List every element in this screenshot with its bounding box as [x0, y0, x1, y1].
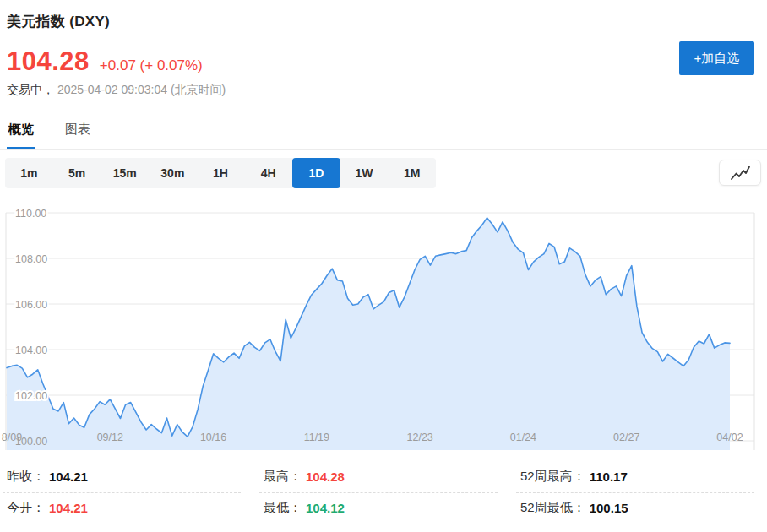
stat-row: 52周最低：100.15	[516, 493, 754, 524]
timeframe-1d[interactable]: 1D	[292, 158, 340, 188]
stat-row: 今开：104.21	[3, 493, 241, 524]
quote-timestamp: 2025-04-02 09:03:04 (北京时间)	[57, 83, 226, 96]
timeframe-1m[interactable]: 1M	[388, 158, 436, 188]
x-axis-label: 11/19	[304, 432, 329, 443]
stat-label: 52周最低：	[520, 500, 585, 516]
trading-status: 交易中，	[7, 83, 54, 96]
stat-label: 昨收：	[7, 469, 45, 485]
price-change: +0.07 (+ 0.07%)	[100, 57, 203, 74]
stat-row: 最低：104.12	[259, 493, 498, 524]
stats-column: 最高：104.28最低：104.12	[259, 462, 498, 524]
quote-header: 美元指数 (DXY) +加自选 104.28 +0.07 (+ 0.07%) 交…	[0, 12, 767, 98]
tab-chart[interactable]: 图表	[63, 116, 92, 149]
x-axis-label: 04/02	[716, 432, 743, 443]
y-axis-label: 106.00	[15, 299, 47, 311]
stat-label: 最高：	[264, 469, 302, 485]
y-axis-label: 108.00	[15, 253, 47, 265]
stat-row: 昨收：104.21	[3, 462, 241, 493]
stat-value: 110.17	[590, 470, 628, 484]
last-price: 104.28	[7, 46, 90, 77]
y-axis-label: 110.00	[15, 208, 46, 220]
timeframe-1m[interactable]: 1m	[5, 158, 53, 188]
stats-column: 昨收：104.21今开：104.21	[3, 462, 241, 524]
trend-line-icon	[729, 165, 751, 182]
stat-value: 104.12	[306, 501, 345, 515]
timeframe-1h[interactable]: 1H	[197, 158, 245, 188]
timeframe-30m[interactable]: 30m	[149, 158, 197, 188]
timeframe-group: 1m5m15m30m1H4H1D1W1M	[5, 158, 436, 188]
stat-value: 104.28	[306, 470, 345, 484]
timeframe-5m[interactable]: 5m	[53, 158, 101, 188]
x-axis-label: 10/16	[200, 432, 226, 443]
chart-toolbar: 1m5m15m30m1H4H1D1W1M	[5, 158, 761, 188]
stat-value: 100.15	[590, 501, 628, 515]
page-title: 美元指数 (DXY)	[7, 12, 767, 31]
chart-area-fill	[7, 218, 730, 450]
timeframe-4h[interactable]: 4H	[244, 158, 292, 188]
stat-label: 今开：	[7, 500, 45, 516]
price-row: 104.28 +0.07 (+ 0.07%)	[7, 46, 767, 77]
chart-style-button[interactable]	[719, 160, 761, 186]
tab-overview[interactable]: 概览	[7, 116, 35, 149]
x-axis-label: 12/23	[407, 432, 433, 443]
y-axis-label: 104.00	[15, 345, 47, 356]
stat-value: 104.21	[49, 470, 88, 484]
x-axis-label: 09/12	[97, 432, 123, 443]
x-axis-label: 02/27	[613, 432, 639, 443]
stats-grid: 昨收：104.21今开：104.21最高：104.28最低：104.1252周最…	[3, 462, 767, 524]
timeframe-15m[interactable]: 15m	[101, 158, 149, 188]
stat-label: 52周最高：	[520, 469, 585, 485]
x-axis-label: 01/24	[510, 432, 536, 443]
timeframe-1w[interactable]: 1W	[340, 158, 389, 188]
y-axis-label: 102.00	[15, 390, 47, 402]
status-row: 交易中，2025-04-02 09:03:04 (北京时间)	[7, 83, 767, 98]
stat-value: 104.21	[49, 501, 88, 515]
x-axis-label: 8/09	[2, 432, 22, 443]
stats-column: 52周最高：110.1752周最低：100.15	[516, 462, 754, 524]
price-chart[interactable]: 110.00108.00106.00104.00102.00100.008/09…	[0, 198, 767, 458]
view-tabs: 概览图表	[0, 116, 767, 150]
add-watchlist-button[interactable]: +加自选	[679, 41, 754, 75]
stat-label: 最低：	[264, 500, 302, 516]
stat-row: 最高：104.28	[259, 462, 498, 493]
stat-row: 52周最高：110.17	[516, 462, 754, 493]
